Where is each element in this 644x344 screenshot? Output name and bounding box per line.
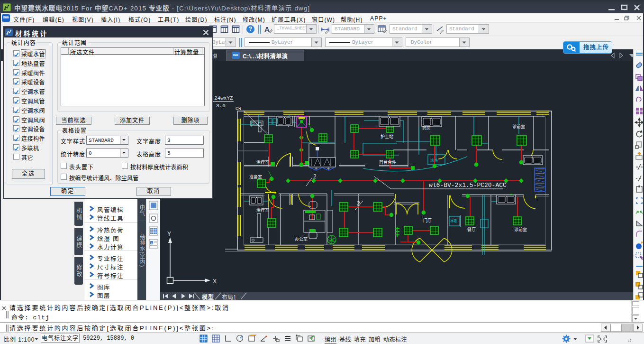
svg-text:护士站: 护士站 [381, 134, 393, 139]
svg-text:Y: Y [167, 231, 171, 237]
svg-text:A: A [151, 242, 153, 245]
svg-text:药房: 药房 [422, 125, 431, 130]
svg-text:诊前室: 诊前室 [514, 227, 527, 232]
svg-text:CR: CR [236, 106, 241, 112]
svg-text:治疗室: 治疗室 [256, 159, 269, 165]
svg-text:24wxYZ: 24wxYZ [214, 95, 233, 101]
svg-text:wl6-BV-2x1.5-PC20-ACC: wl6-BV-2x1.5-PC20-ACC [429, 182, 507, 189]
svg-text:3.0: 3.0 [216, 103, 226, 109]
svg-text:X: X [213, 278, 217, 285]
svg-text:餐厅: 餐厅 [467, 227, 476, 232]
svg-text:治疗室: 治疗室 [256, 207, 269, 213]
svg-text:门厅: 门厅 [423, 218, 432, 223]
svg-text:准备室: 准备室 [249, 174, 262, 179]
svg-text:诊前室: 诊前室 [512, 124, 525, 129]
svg-text:2: 2 [357, 200, 360, 207]
svg-text:2: 2 [313, 173, 317, 180]
svg-text:冰箱: 冰箱 [450, 219, 457, 223]
svg-text:办公室: 办公室 [295, 236, 308, 242]
svg-text:首台合件: 首台合件 [379, 159, 396, 165]
